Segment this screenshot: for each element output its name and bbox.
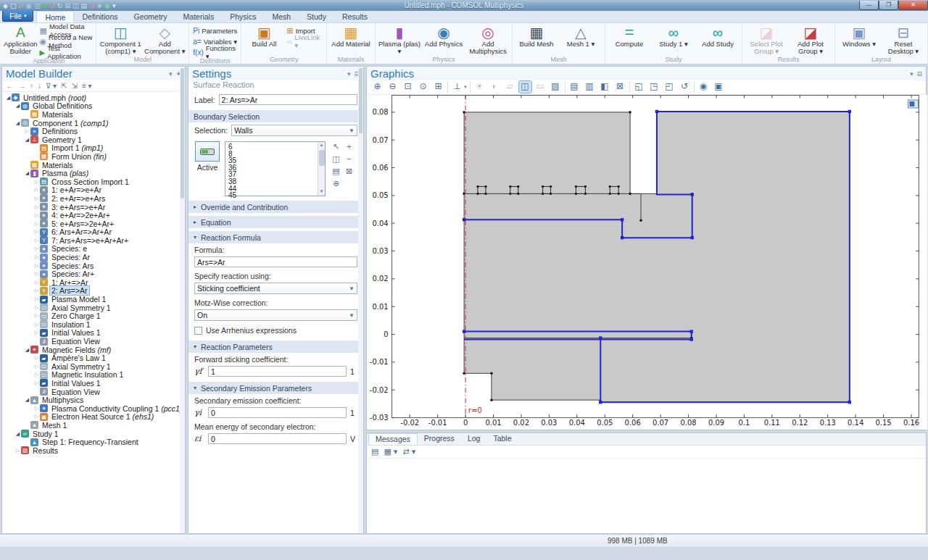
tree-item-species-ars[interactable]: ▷●Species: Ars bbox=[2, 262, 185, 270]
messages-tab-progress[interactable]: Progress bbox=[418, 433, 461, 445]
component-1-comp1--button[interactable]: ◫Component 1 (comp1) ▾ bbox=[99, 24, 142, 56]
boundary-list-item[interactable]: 45 bbox=[228, 192, 316, 199]
mean-energy-input[interactable]: 0 bbox=[208, 433, 347, 444]
boundary-list[interactable]: 68353637384445▲▼ bbox=[225, 141, 326, 196]
formula-input[interactable]: Ars=>Ar bbox=[194, 256, 357, 267]
minimize-button[interactable]: — bbox=[859, 1, 879, 10]
motz-wise-dropdown[interactable]: On ▼ bbox=[194, 309, 357, 321]
zoom-out-icon[interactable]: ⊖ bbox=[386, 81, 399, 93]
new-file-icon[interactable]: ▢ bbox=[10, 2, 17, 9]
tree-item-species-ar[interactable]: ▷●Species: Ar bbox=[2, 253, 185, 262]
expander-open-icon[interactable]: ◢ bbox=[14, 120, 21, 126]
boundary-list-item[interactable]: 37 bbox=[228, 171, 316, 178]
expander-closed-icon[interactable]: ▷ bbox=[24, 128, 30, 134]
reset-desktop-button[interactable]: ⊟Reset Desktop ▾ bbox=[882, 24, 925, 56]
ribbon-tab-materials[interactable]: Materials bbox=[175, 11, 223, 22]
paste-selection-icon[interactable]: ▤ bbox=[330, 166, 342, 177]
geometry-plot[interactable]: r=0-0.02-0.0100.010.020.030.040.050.060.… bbox=[367, 95, 928, 430]
expander-open-icon[interactable]: ◢ bbox=[14, 431, 21, 437]
active-toggle-button[interactable] bbox=[195, 141, 220, 162]
expander-closed-icon[interactable]: ▷ bbox=[33, 296, 40, 302]
save-as-icon[interactable]: ▥ bbox=[34, 2, 41, 9]
expander-closed-icon[interactable]: ▷ bbox=[33, 406, 40, 411]
zoom-to-selection-icon[interactable]: ⊙ bbox=[417, 81, 429, 93]
tree-item-axial-symmetry-1[interactable]: ▷▭Axial Symmetry 1 bbox=[2, 304, 185, 312]
ribbon-tab-physics[interactable]: Physics bbox=[222, 11, 264, 22]
help-icon[interactable]: ◉ bbox=[104, 2, 110, 9]
expander-closed-icon[interactable]: ▷ bbox=[33, 196, 40, 201]
arrhenius-checkbox[interactable] bbox=[194, 327, 202, 335]
tree-item-import-1[interactable]: ▤Import 1(imp1) bbox=[2, 144, 185, 153]
boundary-list-item[interactable]: 44 bbox=[228, 185, 316, 193]
expander-closed-icon[interactable]: ▷ bbox=[33, 179, 40, 185]
comsol-logo-icon[interactable]: ◆ bbox=[3, 2, 8, 9]
tree-item-definitions[interactable]: ▷≡Definitions bbox=[2, 127, 185, 135]
tree-item-3-e-ars-e-ar[interactable]: ▷✶3: e+Ars=>e+Ar bbox=[2, 203, 185, 212]
expander-open-icon[interactable]: ◢ bbox=[24, 347, 30, 353]
boundary-list-item[interactable]: 36 bbox=[228, 164, 316, 172]
model-builder-scrollbar[interactable] bbox=[180, 67, 185, 533]
go-back-icon[interactable]: ← bbox=[7, 82, 14, 90]
fwd-sticking-input[interactable]: 1 bbox=[208, 366, 347, 377]
tree-item-plasma-model-1[interactable]: ▷▰Plasma Model 1 bbox=[2, 295, 185, 304]
section-reaction-parameters[interactable]: ▾ Reaction Parameters bbox=[188, 340, 363, 353]
collapse-all-icon[interactable]: ⇱ bbox=[61, 82, 67, 90]
copy-selection-icon[interactable]: ◫ bbox=[330, 154, 342, 165]
tree-item-species-ar-[interactable]: ▷●Species: Ar+ bbox=[2, 269, 185, 278]
messages-tab-log[interactable]: Log bbox=[461, 433, 487, 445]
expander-closed-icon[interactable]: ▷ bbox=[33, 187, 40, 193]
expand-all-icon[interactable]: ⇲ bbox=[72, 82, 78, 90]
cut-icon[interactable]: ⊟ bbox=[65, 2, 70, 9]
settings-icon[interactable]: ∗ bbox=[97, 2, 103, 9]
active-toggle[interactable]: Active bbox=[194, 141, 220, 196]
ribbon-tab-study[interactable]: Study bbox=[299, 11, 334, 22]
tree-item-cross-section-import-1[interactable]: ▷▤Cross Section Import 1 bbox=[2, 177, 185, 186]
tree-item-initial-values-1[interactable]: ▷▰Initial Values 1 bbox=[2, 379, 185, 388]
list-scrollbar[interactable]: ▲▼ bbox=[318, 142, 325, 196]
build-mesh-button[interactable]: ▦Build Mesh bbox=[515, 24, 558, 48]
expander-closed-icon[interactable]: ▷ bbox=[33, 372, 40, 377]
expander-open-icon[interactable]: ◢ bbox=[24, 397, 30, 403]
expander-closed-icon[interactable]: ▷ bbox=[33, 263, 40, 269]
expander-closed-icon[interactable]: ▷ bbox=[33, 254, 40, 260]
expander-closed-icon[interactable]: ▷ bbox=[33, 212, 40, 218]
tree-item-component-1[interactable]: ◢◎Component 1(comp1) bbox=[2, 119, 185, 128]
customize-toolbar-icon[interactable]: ▾ bbox=[112, 2, 116, 9]
paste-icon[interactable]: ▤ bbox=[80, 2, 87, 9]
tree-item-insulation-1[interactable]: ▷▭Insulation 1 bbox=[2, 320, 185, 329]
expander-closed-icon[interactable]: ▷ bbox=[33, 414, 40, 419]
zoom-selected-icon[interactable]: ◰ bbox=[663, 81, 676, 93]
move-up-icon[interactable]: ↑ bbox=[30, 82, 33, 90]
tree-item-2-e-ar-e-ars[interactable]: ▷✶2: e+Ar=>e+Ars bbox=[2, 194, 185, 203]
deselect-box-icon[interactable]: ◳ bbox=[648, 81, 660, 93]
ribbon-tab-results[interactable]: Results bbox=[334, 11, 376, 22]
windows-button[interactable]: ▣Windows ▾ bbox=[837, 24, 881, 48]
test-application-button[interactable]: ▶Test Application bbox=[38, 47, 94, 57]
go-forward-icon[interactable]: → bbox=[18, 82, 25, 90]
message-filter-icon[interactable]: ▦ ▾ bbox=[384, 447, 397, 456]
orthographic-projection-icon[interactable]: ◫ bbox=[519, 81, 531, 93]
image-snapshot-icon[interactable]: ◉ bbox=[697, 81, 710, 93]
tree-item-mesh-1[interactable]: ▲Mesh 1 bbox=[2, 421, 185, 430]
tree-item-geometry-1[interactable]: ◢⟂Geometry 1 bbox=[2, 135, 185, 144]
tree-item-initial-values-1[interactable]: ▷▰Initial Values 1 bbox=[2, 329, 185, 338]
study-1-button[interactable]: ∞Study 1 ▾ bbox=[652, 24, 695, 48]
remove-entity-icon[interactable]: − bbox=[343, 154, 355, 165]
tree-item-equation-view[interactable]: ∂Equation View bbox=[2, 388, 185, 396]
copy-graphics-icon[interactable]: ◧ bbox=[599, 81, 611, 93]
section-boundary-selection[interactable]: Boundary Selection bbox=[188, 110, 363, 122]
expander-closed-icon[interactable]: ▷ bbox=[33, 246, 40, 251]
go-to-default-view-icon[interactable]: ⟂ bbox=[451, 81, 463, 93]
tree-item-5-e-ars-2e-ar-[interactable]: ▷✶5: e+Ars=>2e+Ar+ bbox=[2, 220, 185, 228]
expander-closed-icon[interactable]: ▷ bbox=[14, 448, 21, 454]
parameters-button[interactable]: PiParameters bbox=[191, 25, 239, 35]
add-plot-group-button[interactable]: ◪Add Plot Group ▾ bbox=[789, 24, 832, 56]
boundary-list-item[interactable]: 6 bbox=[228, 143, 316, 151]
expander-closed-icon[interactable]: ▷ bbox=[33, 355, 40, 361]
ribbon-tab-mesh[interactable]: Mesh bbox=[264, 11, 299, 22]
expander-closed-icon[interactable]: ▷ bbox=[33, 221, 40, 227]
tree-item-2-ars-ar[interactable]: ▷Y2: Ars=>Ar bbox=[2, 287, 185, 296]
tree-item-amp-re-s-law-1[interactable]: ▷▰Ampère's Law 1 bbox=[2, 354, 185, 362]
expander-closed-icon[interactable]: ▷ bbox=[33, 229, 40, 235]
expander-closed-icon[interactable]: ▷ bbox=[33, 238, 40, 243]
